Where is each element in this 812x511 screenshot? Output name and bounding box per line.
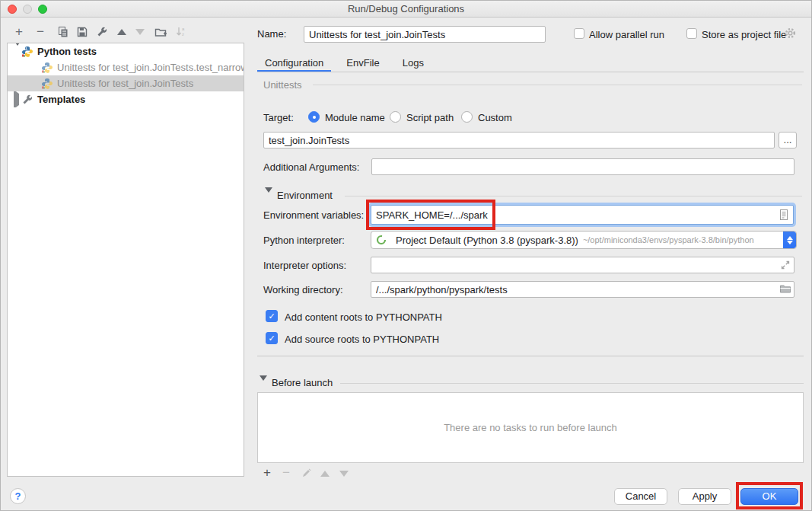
move-down-button[interactable] (132, 24, 148, 40)
chevron-down-icon (787, 241, 793, 244)
apply-button[interactable]: Apply (678, 488, 731, 505)
tab-label: Logs (403, 57, 424, 69)
environment-group-title: Environment (277, 190, 333, 201)
check-icon: ✓ (268, 311, 275, 321)
move-down-icon (339, 471, 349, 477)
environment-collapse-toggle[interactable] (265, 193, 272, 204)
sort-configurations-button[interactable]: az (174, 24, 189, 40)
move-up-icon (117, 29, 126, 35)
expand-field-button[interactable] (780, 260, 791, 270)
environment-variables-input[interactable] (371, 205, 794, 225)
group-divider (345, 196, 802, 196)
panel-bottom-divider (257, 356, 804, 356)
python-interpreter-select[interactable]: Project Default (Python 3.8 (pyspark-3.8… (371, 231, 797, 249)
help-button[interactable]: ? (10, 488, 26, 504)
add-content-roots-checkbox[interactable]: ✓ (266, 310, 278, 322)
window-title: Run/Debug Configurations (1, 3, 811, 14)
radio-custom[interactable] (461, 111, 473, 123)
store-as-project-file-checkbox[interactable] (686, 28, 697, 39)
add-configuration-button[interactable]: + (11, 24, 27, 40)
before-launch-empty-text: There are no tasks to run before launch (444, 422, 617, 433)
python-tests-icon (41, 62, 53, 74)
cancel-button[interactable]: Cancel (614, 488, 667, 505)
working-directory-input[interactable] (371, 281, 794, 298)
additional-arguments-input[interactable] (371, 158, 794, 175)
tree-item-unittests-jointests-selected[interactable]: Unittests for test_join.JoinTests (8, 75, 244, 91)
radio-script-path[interactable] (390, 111, 401, 123)
move-up-icon (320, 471, 330, 477)
pencil-icon (301, 468, 312, 479)
tab-logs[interactable]: Logs (395, 53, 431, 72)
tab-label: Configuration (265, 57, 323, 69)
gear-icon (784, 27, 797, 40)
select-stepper[interactable] (783, 232, 796, 248)
tab-strip-divider (257, 72, 804, 72)
new-folder-button[interactable] (153, 24, 168, 40)
add-icon: + (263, 466, 271, 480)
name-input[interactable] (304, 26, 546, 43)
tab-configuration[interactable]: Configuration (257, 53, 331, 72)
run-debug-configurations-dialog: Run/Debug Configurations + − az Python t… (0, 0, 812, 511)
remove-task-button[interactable]: − (279, 465, 294, 481)
interpreter-options-label: Interpreter options: (263, 260, 346, 271)
tree-item-unittests-test-narrow[interactable]: Unittests for test_join.JoinTests.test_n… (8, 59, 244, 75)
edit-environment-variables-button[interactable] (779, 209, 789, 221)
chevron-down-icon[interactable] (14, 46, 21, 57)
new-folder-icon (154, 26, 167, 38)
edit-task-button[interactable] (298, 465, 314, 481)
move-task-up-button[interactable] (317, 466, 333, 481)
ok-button[interactable]: OK (740, 488, 798, 505)
chevron-up-icon (787, 236, 793, 240)
move-task-down-button[interactable] (336, 466, 352, 481)
tree-item-label: Templates (37, 94, 85, 105)
before-launch-title: Before launch (272, 377, 333, 388)
move-up-button[interactable] (114, 24, 129, 40)
tree-item-templates[interactable]: Templates (8, 91, 244, 107)
question-mark-icon: ? (15, 490, 21, 502)
tab-envfile[interactable]: EnvFile (339, 53, 387, 72)
additional-arguments-label: Additional Arguments: (263, 161, 359, 173)
save-configuration-button[interactable] (75, 24, 90, 40)
python-tests-icon (21, 46, 33, 58)
before-launch-collapse-toggle[interactable] (260, 381, 267, 392)
allow-parallel-run-checkbox[interactable] (574, 28, 584, 39)
remove-configuration-button[interactable]: − (33, 24, 48, 40)
env-list-icon (779, 209, 789, 221)
store-options-button[interactable] (784, 27, 797, 40)
store-as-project-file-label: Store as project file (702, 29, 786, 40)
radio-module-name[interactable] (308, 111, 320, 123)
add-icon: + (15, 25, 23, 39)
remove-icon: − (37, 25, 44, 39)
interpreter-path: ~/opt/miniconda3/envs/pyspark-3.8/bin/py… (583, 235, 783, 244)
add-task-button[interactable]: + (260, 465, 275, 481)
interpreter-options-input[interactable] (371, 257, 794, 273)
radio-script-path-label: Script path (406, 112, 454, 123)
group-divider (340, 383, 804, 384)
folder-icon (779, 283, 791, 294)
svg-text:a: a (182, 27, 185, 31)
wrench-icon (96, 26, 108, 38)
chevron-right-icon[interactable] (14, 94, 21, 105)
edit-templates-button[interactable] (94, 24, 110, 40)
tree-item-python-tests[interactable]: Python tests (8, 43, 244, 59)
add-source-roots-checkbox[interactable]: ✓ (266, 332, 278, 344)
tab-label: EnvFile (346, 57, 379, 69)
copy-icon (57, 26, 69, 38)
save-icon (76, 26, 88, 38)
chevron-down-icon (260, 375, 267, 392)
python-tests-icon (41, 78, 53, 90)
sort-alpha-icon: az (175, 26, 187, 38)
browse-working-directory-button[interactable] (779, 283, 791, 294)
templates-wrench-icon (21, 94, 33, 106)
environment-variables-label: Environment variables: (263, 209, 364, 221)
browse-module-button[interactable]: ... (779, 132, 797, 149)
before-launch-task-list[interactable]: There are no tasks to run before launch (257, 392, 804, 463)
interpreter-ring-icon (375, 234, 387, 246)
configurations-tree: Python tests Unittests for test_join.Joi… (7, 43, 244, 477)
chevron-down-icon (265, 187, 272, 204)
copy-configuration-button[interactable] (56, 24, 71, 40)
move-down-icon (135, 29, 145, 35)
target-module-input[interactable] (263, 132, 775, 149)
group-divider (313, 85, 802, 85)
remove-icon: − (282, 466, 290, 480)
